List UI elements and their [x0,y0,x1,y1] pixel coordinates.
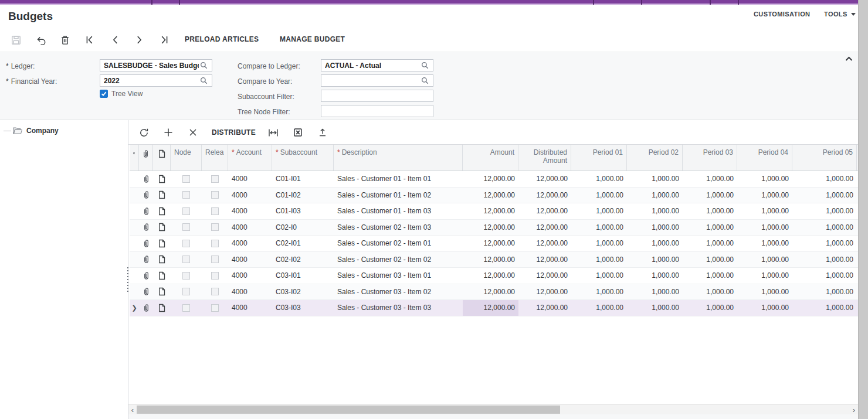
note-cell[interactable] [153,203,171,219]
p04-cell[interactable]: 1,000.00 [737,203,792,219]
scroll-right-arrow[interactable]: › [850,405,858,414]
p02-cell[interactable]: 1,000.00 [627,252,683,268]
attach-cell[interactable] [139,203,153,219]
add-row-button[interactable] [160,124,177,141]
attach-cell[interactable] [139,171,153,187]
column-header-attach[interactable] [139,145,153,171]
compare-year-input[interactable] [321,74,433,87]
table-row[interactable]: 4000C01-I03Sales - Customer 01 - Item 03… [130,203,858,220]
released-checkbox[interactable] [211,256,219,263]
p03-cell[interactable]: 1,000.00 [683,171,737,187]
node-checkbox[interactable] [182,191,190,199]
account-cell[interactable]: 4000 [228,188,272,203]
p03-cell[interactable]: 1,000.00 [683,220,737,236]
account-cell[interactable]: 4000 [228,203,272,219]
column-header-indicator[interactable] [130,145,139,171]
distributed-cell[interactable]: 12,000.00 [518,220,571,236]
note-cell[interactable] [153,220,171,236]
p01-cell[interactable]: 1,000.00 [571,252,627,268]
column-header-subaccount[interactable]: *Subaccount [272,145,334,171]
node-checkbox[interactable] [182,223,190,231]
note-cell[interactable] [153,171,171,187]
note-cell[interactable] [153,268,171,284]
node-checkbox[interactable] [182,304,190,312]
p04-cell[interactable]: 1,000.00 [737,300,792,316]
column-header-distributed[interactable]: Distributed Amount [518,145,571,171]
grid-horizontal-scrollbar[interactable]: ‹ › [128,404,858,414]
p02-cell[interactable]: 1,000.00 [627,171,683,187]
p03-cell[interactable]: 1,000.00 [683,300,737,316]
p05-cell[interactable]: 1,000.00 [792,220,857,236]
p01-cell[interactable]: 1,000.00 [571,171,627,187]
amount-cell[interactable]: 12,000.00 [463,236,518,251]
p05-cell[interactable]: 1,000.00 [792,252,857,268]
tree-node-filter-input[interactable] [321,105,433,117]
p03-cell[interactable]: 1,000.00 [683,252,737,268]
description-cell[interactable]: Sales - Customer 03 - Item 03 [334,300,463,316]
ledger-input[interactable] [100,59,212,71]
previous-record-button[interactable] [106,32,124,48]
p02-cell[interactable]: 1,000.00 [627,188,683,203]
description-cell[interactable]: Sales - Customer 02 - Item 02 [334,252,463,268]
delete-row-button[interactable] [184,124,202,141]
description-cell[interactable]: Sales - Customer 02 - Item 01 [334,236,463,251]
distributed-cell[interactable]: 12,000.00 [518,236,571,251]
table-row[interactable]: 4000C01-I01Sales - Customer 01 - Item 01… [130,171,858,188]
description-cell[interactable]: Sales - Customer 03 - Item 01 [334,268,463,284]
p02-cell[interactable]: 1,000.00 [627,220,683,236]
subaccount-filter-input[interactable] [321,90,433,102]
p05-cell[interactable]: 1,000.00 [792,203,857,219]
column-header-released[interactable]: Relea [202,145,228,171]
distributed-cell[interactable]: 12,000.00 [518,203,571,219]
p02-cell[interactable]: 1,000.00 [627,236,683,251]
column-header-amount[interactable]: Amount [463,145,518,171]
save-button[interactable] [7,32,25,48]
description-cell[interactable]: Sales - Customer 03 - Item 02 [334,284,463,300]
subaccount-cell[interactable]: C03-I03 [272,300,334,316]
column-header-account[interactable]: *Account [228,145,272,171]
p03-cell[interactable]: 1,000.00 [683,284,737,300]
scroll-left-arrow[interactable]: ‹ [128,405,137,414]
amount-cell[interactable]: 12,000.00 [463,220,518,236]
node-checkbox[interactable] [182,256,190,263]
first-record-button[interactable] [81,32,99,48]
table-row[interactable]: 4000C02-I0Sales - Customer 02 - Item 031… [130,220,858,236]
amount-cell[interactable]: 12,000.00 [463,203,518,219]
p01-cell[interactable]: 1,000.00 [571,220,627,236]
amount-cell[interactable]: 12,000.00 [463,171,518,187]
account-cell[interactable]: 4000 [228,171,272,187]
attach-cell[interactable] [139,284,153,300]
account-cell[interactable]: 4000 [228,252,272,268]
refresh-button[interactable] [135,124,152,141]
fit-width-button[interactable] [265,124,282,141]
customisation-menu[interactable]: CUSTOMISATION [754,11,810,18]
account-cell[interactable]: 4000 [228,220,272,236]
p03-cell[interactable]: 1,000.00 [683,236,737,251]
tree-view-checkbox[interactable] [100,90,108,98]
p03-cell[interactable]: 1,000.00 [683,268,737,284]
search-icon[interactable] [421,77,429,84]
amount-cell[interactable]: 12,000.00 [463,268,518,284]
attach-cell[interactable] [139,188,153,203]
scrollbar-thumb[interactable] [137,406,560,414]
subaccount-cell[interactable]: C02-I02 [272,252,334,268]
upload-button[interactable] [314,124,331,141]
attach-cell[interactable] [139,252,153,268]
p05-cell[interactable]: 1,000.00 [792,284,857,300]
p04-cell[interactable]: 1,000.00 [737,236,792,251]
page-vertical-scrollbar[interactable] [858,0,868,419]
last-record-button[interactable] [155,32,173,48]
node-checkbox[interactable] [182,288,190,295]
amount-cell[interactable]: 12,000.00 [463,188,518,203]
export-excel-button[interactable] [289,124,307,141]
account-cell[interactable]: 4000 [228,236,272,251]
description-cell[interactable]: Sales - Customer 01 - Item 03 [334,203,463,219]
search-icon[interactable] [200,77,208,84]
p05-cell[interactable]: 1,000.00 [792,300,857,316]
p02-cell[interactable]: 1,000.00 [627,284,683,300]
distribute-button[interactable]: DISTRIBUTE [212,128,256,137]
note-cell[interactable] [153,188,171,203]
p02-cell[interactable]: 1,000.00 [627,268,683,284]
collapse-filter-button[interactable] [845,55,853,63]
attach-cell[interactable] [139,300,153,316]
